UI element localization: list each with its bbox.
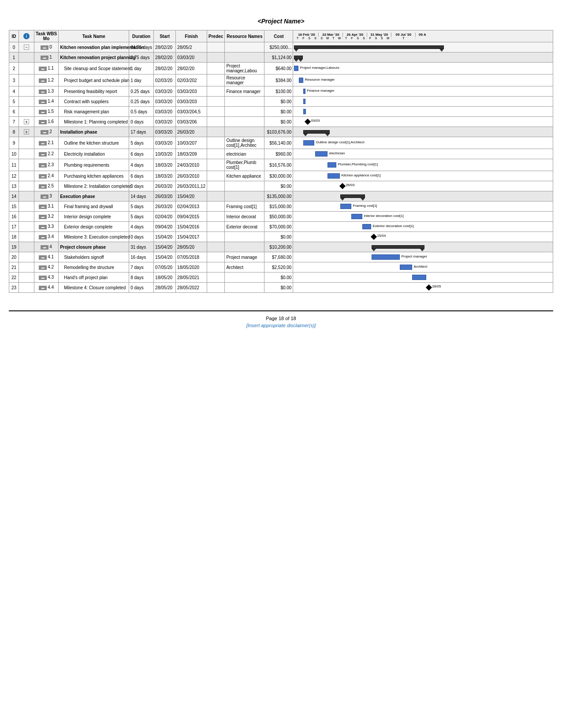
wbs-value: 1.4 <box>48 99 54 104</box>
milestone-diamond <box>426 284 432 291</box>
task-wbs: ▬2.2 <box>34 149 59 159</box>
task-finish: 03/03/203 <box>176 86 207 97</box>
task-start: 03/03/20 <box>154 97 176 107</box>
task-id: 20 <box>9 252 19 262</box>
task-id: 8 <box>9 127 19 137</box>
task-gantt-bar: Plumber,Plumbing cost[1] <box>293 159 553 171</box>
task-icons <box>19 75 34 86</box>
task-gantt-bar <box>293 273 553 283</box>
bar-label: electrician <box>329 151 345 155</box>
task-icons <box>19 212 34 222</box>
task-id: 5 <box>9 97 19 107</box>
task-finish: 18/05/2020 <box>176 262 207 273</box>
task-icons <box>19 181 34 191</box>
info-icon[interactable]: i <box>23 33 30 39</box>
task-id: 9 <box>9 137 19 149</box>
task-wbs: ▬3.1 <box>34 202 59 212</box>
task-duration: 6 days <box>129 149 154 159</box>
task-icons: ± <box>19 127 34 137</box>
task-bar <box>351 214 362 219</box>
task-cost: $10,200.00 <box>264 242 293 252</box>
milestone-diamond <box>339 183 346 189</box>
task-name: Risk management plan <box>59 107 129 117</box>
wbs-value: 2.1 <box>48 140 54 145</box>
task-start: 28/05/20 <box>154 283 176 293</box>
task-name: Project closure phase <box>59 242 129 252</box>
task-predecessors <box>207 283 225 293</box>
task-bar <box>303 89 305 94</box>
task-predecessors <box>207 52 225 63</box>
task-finish: 28/05/20 <box>176 242 207 252</box>
task-name: Installation phase <box>59 127 129 137</box>
task-gantt-bar: Finance manager <box>293 86 553 97</box>
task-duration: 0 days <box>129 117 154 127</box>
wbs-icon: ▬ <box>39 276 47 280</box>
task-start: 18/03/20 <box>154 159 176 171</box>
task-bar <box>328 162 336 168</box>
task-cost: $0.00 <box>264 117 293 127</box>
col-start: Start <box>154 30 176 42</box>
task-predecessors <box>207 42 225 52</box>
task-icons <box>19 191 34 202</box>
task-resources <box>225 273 264 283</box>
task-name: Milestone 4: Closure completed <box>59 283 129 293</box>
task-resources: Architect <box>225 262 264 273</box>
col-id: ID <box>9 30 19 42</box>
task-icons <box>19 252 34 262</box>
task-duration: 5 days <box>129 212 154 222</box>
task-resources: Outline design cost[1],Architec <box>225 137 264 149</box>
wbs-icon: ▬ <box>39 205 47 209</box>
task-name: Interior design complete <box>59 212 129 222</box>
task-duration: 7 days <box>129 262 154 273</box>
task-cost: $0.00 <box>264 97 293 107</box>
task-resources: Plumber,Plumb cost[1] <box>225 159 264 171</box>
task-icons <box>19 97 34 107</box>
task-start: 03/03/20 <box>154 137 176 149</box>
task-finish: 26/03/2011,12 <box>176 181 207 191</box>
task-bar <box>362 224 371 229</box>
task-wbs: ▬3.4 <box>34 232 59 242</box>
task-duration: 5 days <box>129 137 154 149</box>
task-expand-icon[interactable]: ± <box>24 119 29 124</box>
bar-label: Framing cost[1] <box>353 204 377 208</box>
task-icons <box>19 262 34 273</box>
task-gantt-bar: Project manager,Labours <box>293 63 553 75</box>
wbs-value: 2.3 <box>48 162 54 167</box>
task-icons <box>19 232 34 242</box>
task-name: Final framing and drywall <box>59 202 129 212</box>
task-start: 09/04/20 <box>154 222 176 232</box>
col-cost: Cost <box>264 30 293 42</box>
task-predecessors <box>207 262 225 273</box>
task-start: 03/03/20 <box>154 117 176 127</box>
task-name: Milestone 3: Execution completed <box>59 232 129 242</box>
wbs-value: 4.3 <box>48 275 54 280</box>
task-id: 15 <box>9 202 19 212</box>
task-cost: $640.00 <box>264 63 293 75</box>
task-duration: 0.25 days <box>129 97 154 107</box>
bar-label: Plumber,Plumbing cost[1] <box>338 162 378 166</box>
wbs-value: 3.1 <box>48 204 54 209</box>
bar-label: Outline design cost[1],Architect <box>316 140 364 144</box>
task-resources <box>225 52 264 63</box>
task-expand-icon[interactable]: − <box>24 45 29 50</box>
task-expand-icon[interactable]: ± <box>24 129 29 134</box>
task-start: 03/03/20 <box>154 107 176 117</box>
task-wbs: ▬1.6 <box>34 117 59 127</box>
task-id: 12 <box>9 171 19 181</box>
task-cost: $15,000.00 <box>264 202 293 212</box>
task-predecessors <box>207 212 225 222</box>
task-gantt-bar: Resource manager <box>293 75 553 86</box>
task-cost: $0.00 <box>264 181 293 191</box>
task-resources: Interior decorat <box>225 212 264 222</box>
task-id: 14 <box>9 191 19 202</box>
task-gantt-bar: Architect <box>293 262 553 273</box>
task-predecessors <box>207 191 225 202</box>
task-finish: 26/03/20 <box>176 127 207 137</box>
task-id: 7 <box>9 117 19 127</box>
wbs-value: 1.1 <box>48 66 54 71</box>
task-start: 26/03/20 <box>154 181 176 191</box>
bar-label: Resource manager <box>305 78 335 82</box>
task-resources: Resource manager <box>225 75 264 86</box>
task-resources <box>225 117 264 127</box>
task-icons <box>19 86 34 97</box>
